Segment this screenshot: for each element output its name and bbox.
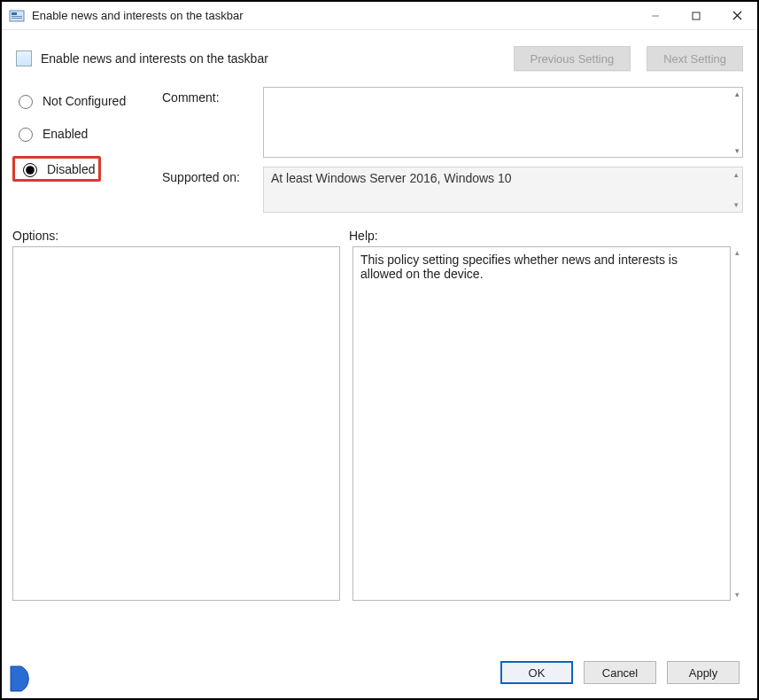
- close-button[interactable]: [716, 2, 757, 30]
- supported-on-field: At least Windows Server 2016, Windows 10…: [263, 167, 743, 213]
- titlebar: Enable news and interests on the taskbar: [2, 2, 757, 30]
- radio-enabled[interactable]: Enabled: [12, 123, 159, 144]
- apply-button[interactable]: Apply: [667, 661, 740, 684]
- help-scrollbar[interactable]: ▴ ▾: [731, 246, 743, 601]
- radio-not-configured[interactable]: Not Configured: [12, 90, 159, 111]
- pane-captions: Options: Help:: [2, 213, 757, 246]
- help-text: This policy setting specifies whether ne…: [360, 253, 678, 281]
- policy-title: Enable news and interests on the taskbar: [41, 51, 498, 66]
- maximize-button[interactable]: [676, 2, 716, 30]
- supported-on-text: At least Windows Server 2016, Windows 10: [271, 171, 512, 185]
- minimize-button[interactable]: [635, 2, 676, 30]
- radio-not-configured-label: Not Configured: [43, 94, 126, 108]
- comment-textarea[interactable]: ▴ ▾: [263, 87, 743, 158]
- help-pane: This policy setting specifies whether ne…: [352, 246, 731, 601]
- header-strip: Enable news and interests on the taskbar…: [2, 30, 757, 87]
- cancel-button[interactable]: Cancel: [584, 661, 656, 684]
- help-label: Help:: [349, 229, 743, 243]
- help-pane-wrap: This policy setting specifies whether ne…: [352, 246, 743, 601]
- radio-enabled-input[interactable]: [19, 128, 33, 142]
- svg-rect-2: [12, 16, 22, 17]
- comment-scroll-up-icon[interactable]: ▴: [735, 89, 740, 98]
- radio-disabled[interactable]: Disabled: [12, 156, 101, 182]
- options-pane: [12, 246, 340, 601]
- panes-row: This policy setting specifies whether ne…: [2, 246, 757, 601]
- window-title: Enable news and interests on the taskbar: [32, 9, 635, 22]
- policy-icon: [16, 51, 32, 66]
- help-scroll-up-icon[interactable]: ▴: [735, 248, 740, 257]
- radio-not-configured-input[interactable]: [19, 95, 33, 109]
- supported-scroll-down-icon: ▾: [734, 200, 739, 209]
- help-scroll-down-icon[interactable]: ▾: [735, 590, 740, 599]
- ok-button[interactable]: OK: [500, 661, 573, 684]
- radio-disabled-input[interactable]: [23, 163, 37, 177]
- svg-rect-5: [693, 12, 700, 19]
- app-icon: [9, 8, 25, 24]
- next-setting-button[interactable]: Next Setting: [647, 46, 743, 71]
- comment-label: Comment:: [162, 87, 259, 158]
- comment-scroll-down-icon[interactable]: ▾: [735, 146, 740, 155]
- svg-rect-1: [12, 12, 17, 15]
- site-logo: [7, 663, 39, 695]
- state-radio-group: Not Configured Enabled Disabled: [12, 87, 159, 213]
- previous-setting-button[interactable]: Previous Setting: [514, 46, 631, 71]
- config-area: Not Configured Enabled Disabled Comment:…: [2, 87, 757, 213]
- options-label: Options:: [12, 229, 349, 243]
- supported-on-label: Supported on:: [162, 158, 259, 213]
- radio-enabled-label: Enabled: [43, 127, 88, 141]
- dialog-button-row: OK Cancel Apply: [500, 661, 740, 684]
- radio-disabled-label: Disabled: [47, 162, 95, 176]
- svg-rect-3: [12, 18, 22, 19]
- supported-scroll-up-icon: ▴: [734, 170, 739, 179]
